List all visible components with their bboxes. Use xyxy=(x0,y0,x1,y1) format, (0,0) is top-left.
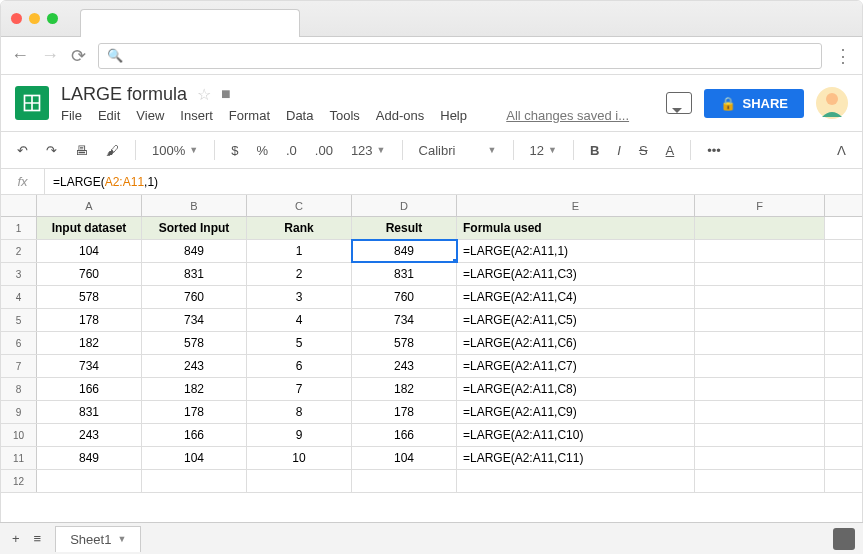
star-icon[interactable]: ☆ xyxy=(197,85,211,104)
increase-decimal-icon[interactable]: .00 xyxy=(309,139,339,162)
cell[interactable] xyxy=(695,470,825,492)
share-button[interactable]: 🔒 SHARE xyxy=(704,89,804,118)
cell[interactable]: 1 xyxy=(247,240,352,262)
paint-format-icon[interactable]: 🖌 xyxy=(100,139,125,162)
cell[interactable]: 178 xyxy=(142,401,247,423)
col-header[interactable]: D xyxy=(352,195,457,216)
cell[interactable]: 178 xyxy=(37,309,142,331)
cell[interactable]: 578 xyxy=(352,332,457,354)
select-all-corner[interactable] xyxy=(1,195,37,216)
row-header[interactable]: 10 xyxy=(1,424,37,446)
menu-view[interactable]: View xyxy=(136,108,164,123)
cell[interactable]: 178 xyxy=(352,401,457,423)
menu-add-ons[interactable]: Add-ons xyxy=(376,108,424,123)
cell[interactable]: 849 xyxy=(352,240,457,262)
cell[interactable]: 578 xyxy=(142,332,247,354)
col-header[interactable]: B xyxy=(142,195,247,216)
col-header[interactable]: A xyxy=(37,195,142,216)
cell[interactable] xyxy=(695,401,825,423)
menu-edit[interactable]: Edit xyxy=(98,108,120,123)
text-color-icon[interactable]: A xyxy=(660,139,681,162)
cell[interactable]: 182 xyxy=(352,378,457,400)
window-close-icon[interactable] xyxy=(11,13,22,24)
percent-icon[interactable]: % xyxy=(250,139,274,162)
all-sheets-icon[interactable]: ≡ xyxy=(34,531,42,546)
cell[interactable]: =LARGE(A2:A11,C3) xyxy=(457,263,695,285)
cell[interactable] xyxy=(695,286,825,308)
cell[interactable]: 9 xyxy=(247,424,352,446)
document-title[interactable]: LARGE formula xyxy=(61,84,187,105)
cell[interactable]: 760 xyxy=(37,263,142,285)
cell[interactable]: 5 xyxy=(247,332,352,354)
formula-input[interactable]: =LARGE(A2:A11,1) xyxy=(45,175,166,189)
more-icon[interactable]: ••• xyxy=(701,139,727,162)
cell[interactable]: 104 xyxy=(352,447,457,469)
cell[interactable]: Result xyxy=(352,217,457,239)
sheets-logo-icon[interactable] xyxy=(15,86,49,120)
row-header[interactable]: 7 xyxy=(1,355,37,377)
row-header[interactable]: 12 xyxy=(1,470,37,492)
cell[interactable]: =LARGE(A2:A11,C11) xyxy=(457,447,695,469)
menu-tools[interactable]: Tools xyxy=(329,108,359,123)
italic-icon[interactable]: I xyxy=(611,139,627,162)
cell[interactable]: 3 xyxy=(247,286,352,308)
back-icon[interactable]: ← xyxy=(11,45,29,66)
cell[interactable] xyxy=(695,424,825,446)
cell[interactable]: 578 xyxy=(37,286,142,308)
print-icon[interactable]: 🖶 xyxy=(69,139,94,162)
cell[interactable]: 243 xyxy=(142,355,247,377)
cell[interactable]: 831 xyxy=(142,263,247,285)
cell[interactable]: =LARGE(A2:A11,C7) xyxy=(457,355,695,377)
cell[interactable]: Rank xyxy=(247,217,352,239)
cell[interactable] xyxy=(695,378,825,400)
cell[interactable]: =LARGE(A2:A11,C9) xyxy=(457,401,695,423)
cell[interactable]: =LARGE(A2:A11,C8) xyxy=(457,378,695,400)
cell[interactable]: 7 xyxy=(247,378,352,400)
row-header[interactable]: 2 xyxy=(1,240,37,262)
cell[interactable]: 849 xyxy=(142,240,247,262)
menu-help[interactable]: Help xyxy=(440,108,467,123)
cell[interactable]: =LARGE(A2:A11,C10) xyxy=(457,424,695,446)
row-header[interactable]: 4 xyxy=(1,286,37,308)
cell[interactable]: 831 xyxy=(352,263,457,285)
cell[interactable]: 760 xyxy=(142,286,247,308)
cell[interactable]: 6 xyxy=(247,355,352,377)
window-minimize-icon[interactable] xyxy=(29,13,40,24)
cell[interactable] xyxy=(142,470,247,492)
cell[interactable] xyxy=(695,240,825,262)
decrease-decimal-icon[interactable]: .0 xyxy=(280,139,303,162)
zoom-dropdown[interactable]: 100%▼ xyxy=(146,139,204,162)
cell[interactable]: 104 xyxy=(142,447,247,469)
cell[interactable] xyxy=(695,309,825,331)
cell[interactable]: 182 xyxy=(37,332,142,354)
collapse-toolbar-icon[interactable]: ᐱ xyxy=(831,139,852,162)
comments-icon[interactable] xyxy=(666,92,692,114)
cell[interactable]: 734 xyxy=(142,309,247,331)
cell[interactable] xyxy=(695,217,825,239)
cell[interactable]: 166 xyxy=(352,424,457,446)
folder-icon[interactable]: ■ xyxy=(221,85,231,103)
col-header[interactable]: E xyxy=(457,195,695,216)
cell[interactable]: =LARGE(A2:A11,C6) xyxy=(457,332,695,354)
cell[interactable] xyxy=(695,332,825,354)
cell[interactable]: 2 xyxy=(247,263,352,285)
row-header[interactable]: 5 xyxy=(1,309,37,331)
sheet-tab[interactable]: Sheet1▼ xyxy=(55,526,141,552)
cell[interactable]: 166 xyxy=(142,424,247,446)
font-size-dropdown[interactable]: 12▼ xyxy=(524,139,563,162)
cell[interactable]: =LARGE(A2:A11,1) xyxy=(457,240,695,262)
url-input[interactable]: 🔍 xyxy=(98,43,822,69)
cell[interactable]: 243 xyxy=(352,355,457,377)
menu-insert[interactable]: Insert xyxy=(180,108,213,123)
window-maximize-icon[interactable] xyxy=(47,13,58,24)
menu-icon[interactable]: ⋮ xyxy=(834,45,852,67)
number-format-dropdown[interactable]: 123▼ xyxy=(345,139,392,162)
row-header[interactable]: 8 xyxy=(1,378,37,400)
reload-icon[interactable]: ⟳ xyxy=(71,45,86,67)
cell[interactable]: 8 xyxy=(247,401,352,423)
menu-data[interactable]: Data xyxy=(286,108,313,123)
cell[interactable]: 166 xyxy=(37,378,142,400)
cell[interactable]: 831 xyxy=(37,401,142,423)
cell[interactable] xyxy=(247,470,352,492)
explore-icon[interactable] xyxy=(833,528,855,550)
